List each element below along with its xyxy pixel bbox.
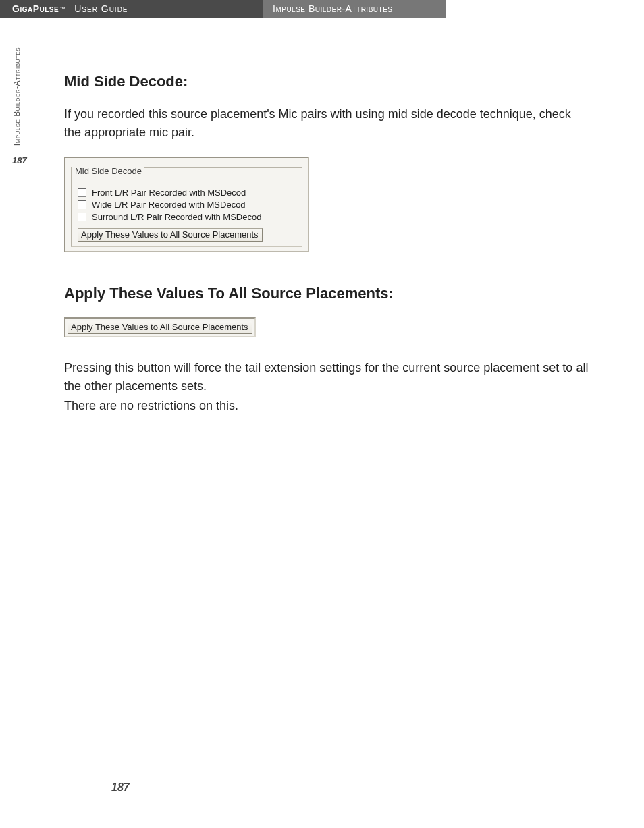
- checkbox-label: Wide L/R Pair Recorded with MSDecod: [92, 200, 246, 210]
- sidebar: Impulse Builder-Attributes 187: [12, 47, 24, 165]
- checkbox-label: Surround L/R Pair Recorded with MSDecod: [92, 212, 261, 222]
- main-content: Mid Side Decode: If you recorded this so…: [64, 73, 591, 430]
- fieldset-legend: Mid Side Decode: [72, 166, 144, 176]
- apply-values-description-2: There are no restrictions on this.: [64, 397, 591, 415]
- mid-side-decode-description: If you recorded this source placement's …: [64, 105, 591, 142]
- checkbox-label: Front L/R Pair Recorded with MSDecod: [92, 188, 246, 198]
- mid-side-decode-fieldset: Mid Side Decode Front L/R Pair Recorded …: [72, 162, 301, 246]
- mid-side-decode-panel: Mid Side Decode Front L/R Pair Recorded …: [64, 157, 309, 252]
- apply-values-description-1: Pressing this button will force the tail…: [64, 359, 591, 395]
- trademark-symbol: ™: [59, 6, 65, 12]
- checkbox-wide-lr[interactable]: Wide L/R Pair Recorded with MSDecod: [78, 200, 298, 210]
- header-subtitle: User Guide: [74, 3, 128, 14]
- footer-page-number: 187: [111, 781, 130, 794]
- header-section: Impulse Builder-Attributes: [263, 0, 446, 18]
- header-bar: GigaPulse™ User Guide Impulse Builder-At…: [0, 0, 644, 18]
- section-title-apply-values: Apply These Values To All Source Placeme…: [64, 285, 591, 302]
- checkbox-group: Front L/R Pair Recorded with MSDecod Wid…: [72, 177, 301, 246]
- brand-name: GigaPulse: [12, 3, 59, 14]
- header-left: GigaPulse™ User Guide: [0, 0, 263, 18]
- section-title-mid-side-decode: Mid Side Decode:: [64, 73, 591, 90]
- sidebar-page-number: 187: [12, 155, 24, 165]
- sidebar-label: Impulse Builder-Attributes: [12, 47, 22, 146]
- checkbox-icon[interactable]: [78, 188, 86, 197]
- checkbox-surround-lr[interactable]: Surround L/R Pair Recorded with MSDecod: [78, 212, 298, 222]
- checkbox-icon[interactable]: [78, 200, 86, 209]
- apply-values-button[interactable]: Apply These Values to All Source Placeme…: [68, 321, 252, 334]
- apply-values-button[interactable]: Apply These Values to All Source Placeme…: [78, 228, 263, 242]
- checkbox-icon[interactable]: [78, 213, 86, 221]
- apply-values-button-panel: Apply These Values to All Source Placeme…: [64, 317, 256, 337]
- checkbox-front-lr[interactable]: Front L/R Pair Recorded with MSDecod: [78, 188, 298, 198]
